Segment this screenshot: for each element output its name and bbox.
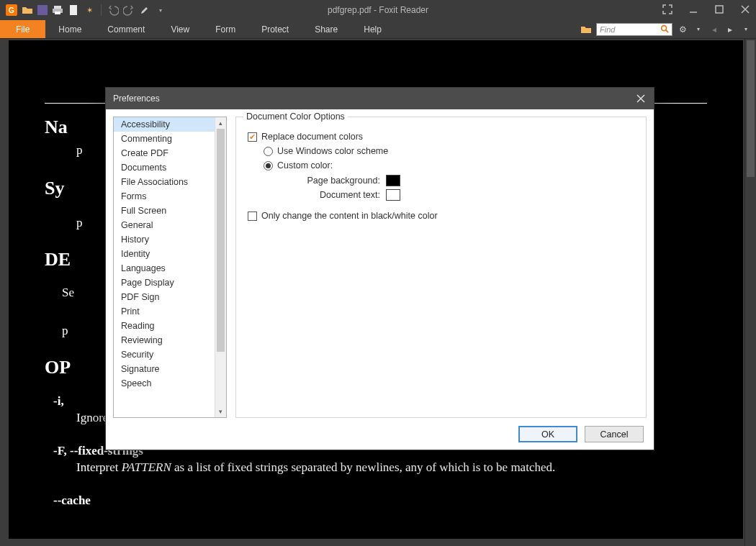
page-background-row: Page background: — [294, 175, 634, 186]
preferences-dialog: Preferences AccessibilityCommentingCreat… — [105, 87, 654, 450]
cancel-button[interactable]: Cancel — [585, 426, 644, 442]
ok-button[interactable]: OK — [518, 426, 577, 442]
dialog-titlebar: Preferences — [106, 88, 654, 109]
dialog-overlay: Preferences AccessibilityCommentingCreat… — [0, 0, 756, 546]
replace-colors-label: Replace document colors — [261, 132, 363, 142]
category-item[interactable]: General — [114, 218, 215, 232]
dialog-body: AccessibilityCommentingCreate PDFDocumen… — [113, 117, 647, 418]
only-bw-label: Only change the content in black/white c… — [261, 211, 438, 221]
category-list: AccessibilityCommentingCreate PDFDocumen… — [113, 117, 227, 418]
category-item[interactable]: Page Display — [114, 276, 215, 290]
category-scrollbar[interactable]: ▴ ▾ — [215, 117, 226, 417]
document-color-options-group: Document Color Options ✔ Replace documen… — [235, 117, 647, 418]
page-background-swatch[interactable] — [386, 175, 400, 186]
document-text-swatch[interactable] — [386, 189, 400, 201]
category-item[interactable]: Identity — [114, 247, 215, 261]
replace-colors-checkbox[interactable]: ✔ Replace document colors — [248, 132, 634, 142]
groupbox-title: Document Color Options — [243, 112, 348, 122]
scroll-up-icon[interactable]: ▴ — [215, 117, 226, 129]
category-item[interactable]: Commenting — [114, 132, 215, 146]
document-text-label: Document text: — [294, 190, 380, 200]
custom-color-radio[interactable]: Custom color: — [264, 160, 634, 170]
scrollbar-thumb[interactable] — [217, 129, 225, 352]
category-item[interactable]: PDF Sign — [114, 290, 215, 304]
category-item[interactable]: Signature — [114, 362, 215, 376]
category-item[interactable]: History — [114, 232, 215, 247]
category-item[interactable]: File Associations — [114, 175, 215, 189]
category-item[interactable]: Accessibility — [114, 117, 215, 132]
dialog-buttons: OK Cancel — [518, 426, 644, 442]
only-bw-checkbox[interactable]: Only change the content in black/white c… — [248, 211, 634, 221]
category-item[interactable]: Create PDF — [114, 146, 215, 160]
category-item[interactable]: Forms — [114, 189, 215, 204]
category-item[interactable]: Print — [114, 304, 215, 319]
category-item[interactable]: Full Screen — [114, 204, 215, 218]
category-item[interactable]: Documents — [114, 160, 215, 175]
document-text-row: Document text: — [294, 189, 634, 201]
category-item[interactable]: Languages — [114, 261, 215, 276]
category-item[interactable]: Speech — [114, 376, 215, 391]
page-background-label: Page background: — [294, 176, 380, 186]
scroll-down-icon[interactable]: ▾ — [215, 406, 226, 417]
close-icon[interactable] — [635, 93, 647, 104]
category-item[interactable]: Reading — [114, 319, 215, 333]
use-windows-label: Use Windows color scheme — [277, 146, 388, 156]
category-item[interactable]: Reviewing — [114, 333, 215, 347]
preferences-panel: Document Color Options ✔ Replace documen… — [235, 117, 647, 418]
dialog-title: Preferences — [113, 94, 160, 104]
category-item[interactable]: Security — [114, 347, 215, 362]
use-windows-radio[interactable]: Use Windows color scheme — [264, 146, 634, 156]
custom-color-label: Custom color: — [277, 160, 333, 170]
